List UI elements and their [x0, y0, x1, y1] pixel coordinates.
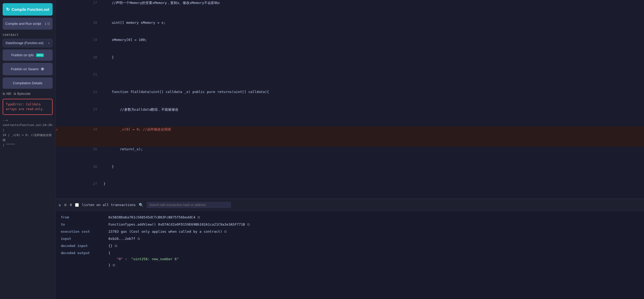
- publish-ipfs-label: Publish on Ipfs: [11, 53, 34, 57]
- error-pipe: |: [3, 128, 53, 133]
- exec-cost-row: execution cost 23783 gas (Cost only appl…: [61, 228, 639, 235]
- line-number: 27: [61, 181, 101, 199]
- error-indicator: [56, 0, 61, 20]
- publish-ipfs-button[interactable]: Publish on Ipfs IPFS: [3, 49, 53, 61]
- error-indicator: [56, 37, 61, 55]
- compile-run-label: Compile and Run script: [5, 22, 41, 26]
- contract-select-wrapper: DataStorage (Function.sol) ▾: [3, 39, 53, 47]
- copy-script-icon: ⧉: [47, 21, 50, 26]
- line-content: //参数为calldata数组，不能被修改: [101, 107, 644, 127]
- listen-label: listen on all transactions: [82, 203, 136, 207]
- refresh-icon: ↻: [6, 7, 10, 12]
- copy-exec-cost-icon[interactable]: ⧉: [224, 230, 227, 234]
- copy-input-icon[interactable]: ⧉: [137, 237, 140, 241]
- bottom-toolbar: ⇅ ⊘ 0 listen on all transactions 🔍: [56, 199, 644, 211]
- line-content: }: [101, 181, 644, 199]
- input-label: input: [61, 237, 108, 241]
- table-row: ⚠24 _x[0] = 0; //这样修改会报错: [56, 127, 644, 147]
- abi-bytecode-row: ⧉ ABI ⧉ Bytecode: [3, 92, 53, 96]
- collapse-arrows-icon[interactable]: ⇅: [59, 203, 61, 207]
- contract-select[interactable]: DataStorage (Function.sol): [3, 39, 53, 47]
- compilation-details-button[interactable]: Compilation Details: [3, 77, 53, 89]
- transaction-count: 0: [70, 203, 72, 207]
- line-number: 24: [61, 127, 101, 147]
- decoded-output-row: decoded output { "0" : "uint256: new_num…: [61, 250, 639, 269]
- search-input[interactable]: [146, 202, 231, 208]
- contract-label: CONTRACT: [3, 33, 53, 37]
- error-box: TypeError: Calldata arrays are read-only…: [3, 99, 53, 115]
- line-number: 21: [61, 72, 101, 89]
- copy-decoded-output-icon[interactable]: ⧉: [113, 263, 115, 267]
- line-number: 25: [61, 147, 101, 164]
- decoded-output-close-row: } ⧉: [108, 263, 115, 267]
- left-panel: ↻ Compile Function.sol Compile and Run s…: [0, 0, 56, 299]
- line-content: }: [101, 164, 644, 181]
- table-row: 21: [56, 72, 644, 89]
- error-location: contracts/Function.sol:24:10:: [3, 123, 53, 128]
- abi-label: ABI: [6, 92, 11, 96]
- error-indicator: [56, 147, 61, 164]
- error-indicator: [56, 107, 61, 127]
- error-indicator: ⚠: [56, 127, 61, 147]
- compile-run-button[interactable]: Compile and Run script ℹ ⧉: [3, 18, 53, 30]
- error-indicator: [56, 181, 61, 199]
- line-content: _x[0] = 0; //这样修改会报错: [101, 127, 644, 147]
- copy-from-icon[interactable]: ⧉: [197, 215, 200, 219]
- line-content: xMemory[0] = 100;: [101, 37, 644, 55]
- to-row: to FunctionTypes.addView() 0xD7ACd2a9FD1…: [61, 221, 639, 228]
- abi-button[interactable]: ⧉ ABI: [3, 92, 11, 96]
- exec-cost-label: execution cost: [61, 230, 108, 234]
- from-label: from: [61, 215, 108, 219]
- swarm-icon: ❋: [41, 67, 44, 72]
- from-row: from 0x5B38Da6a701c568545dCfcB03FcB875f5…: [61, 214, 639, 221]
- table-row: 19 xMemory[0] = 100;: [56, 37, 644, 55]
- line-content: return(_x);: [101, 147, 644, 164]
- table-row: 26 }: [56, 164, 644, 181]
- table-row: 23 //参数为calldata数组，不能被修改: [56, 107, 644, 127]
- decoded-input-value: {} ⧉: [108, 244, 639, 248]
- table-row: 17 //声明一个Memory的变量xMemory，复制x。修改xMemory不…: [56, 0, 644, 20]
- ban-icon: ⊘: [64, 202, 67, 207]
- line-number: 17: [61, 0, 101, 20]
- table-row: 27}: [56, 181, 644, 199]
- error-details: --> contracts/Function.sol:24:10: | 24 |…: [3, 118, 53, 148]
- bytecode-label: Bytecode: [17, 92, 30, 96]
- ipfs-badge: IPFS: [36, 53, 44, 57]
- table-row: 22 function fCalldata(uint[] calldata _x…: [56, 89, 644, 107]
- compile-button[interactable]: ↻ Compile Function.sol: [3, 3, 53, 16]
- decoded-output-label: decoded output: [61, 251, 108, 267]
- line-number: 20: [61, 55, 101, 72]
- error-arrow: -->: [3, 118, 53, 123]
- from-value: 0x5B38Da6a701c568545dCfcB03FcB875f56bedd…: [108, 215, 639, 219]
- error-indicator: [56, 72, 61, 89]
- input-value: 0xb26...2eb7f ⧉: [108, 237, 639, 241]
- search-icon: 🔍: [139, 203, 143, 207]
- line-content: //声明一个Memory的变量xMemory，复制x。修改xMemory不会影响…: [101, 0, 644, 20]
- decoded-input-label: decoded input: [61, 244, 108, 248]
- input-row: input 0xb26...2eb7f ⧉: [61, 235, 639, 242]
- table-row: 25 return(_x);: [56, 147, 644, 164]
- bytecode-button[interactable]: ⧉ Bytecode: [14, 92, 30, 96]
- publish-swarm-label: Publish on Swarm: [11, 67, 39, 71]
- line-content: [101, 72, 644, 89]
- exec-cost-value: 23783 gas (Cost only applies when called…: [108, 230, 639, 234]
- error-indicator: [56, 164, 61, 181]
- table-row: 18 uint[] memory xMemory = x;: [56, 20, 644, 38]
- error-indicator: [56, 89, 61, 107]
- decoded-output-open: {: [108, 251, 111, 255]
- copy-to-icon[interactable]: ⧉: [247, 222, 250, 227]
- decoded-input-row: decoded input {} ⧉: [61, 242, 639, 250]
- line-number: 23: [61, 107, 101, 127]
- to-value: FunctionTypes.addView() 0xD7ACd2a9FD159E…: [108, 222, 639, 227]
- line-number: 19: [61, 37, 101, 55]
- code-editor[interactable]: 17 //声明一个Memory的变量xMemory，复制x。修改xMemory不…: [56, 0, 644, 199]
- transaction-table: from 0x5B38Da6a701c568545dCfcB03FcB875f5…: [56, 211, 644, 299]
- copy-bytecode-icon: ⧉: [14, 92, 16, 96]
- line-number: 22: [61, 89, 101, 107]
- error-indicator: [56, 55, 61, 72]
- decoded-output-value: { "0" : "uint256: new_number 6" } ⧉: [108, 251, 639, 267]
- listen-all-checkbox[interactable]: [75, 203, 79, 207]
- copy-decoded-input-icon[interactable]: ⧉: [115, 244, 117, 248]
- publish-swarm-button[interactable]: Publish on Swarm ❋: [3, 63, 53, 75]
- line-number: 26: [61, 164, 101, 181]
